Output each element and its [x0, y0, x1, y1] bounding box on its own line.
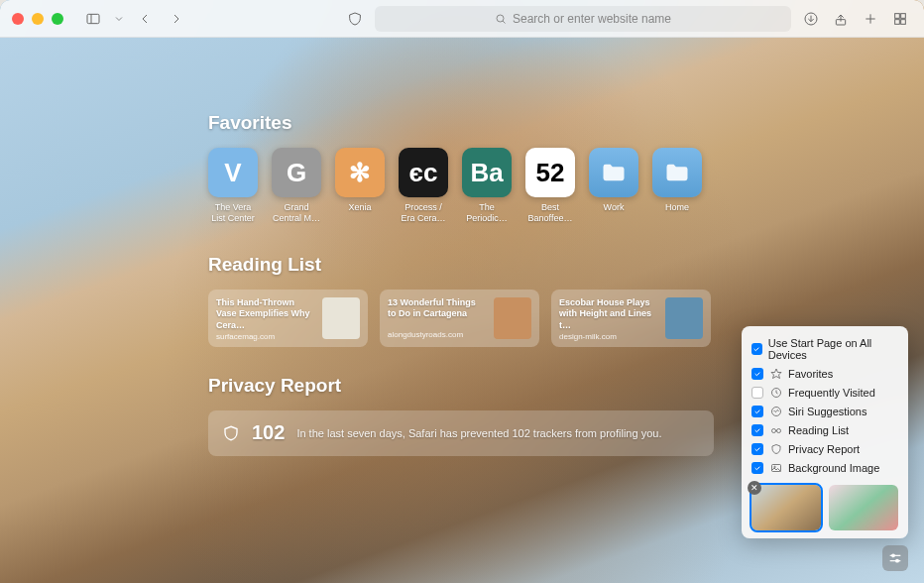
- reading-item-source: alongdustyroads.com: [388, 330, 486, 339]
- favorite-item[interactable]: VThe Vera List Center: [208, 148, 258, 224]
- site-icon: V: [208, 148, 258, 197]
- svg-rect-10: [901, 13, 906, 18]
- sidebar-dropdown-icon[interactable]: [113, 7, 125, 31]
- svg-marker-13: [771, 369, 781, 379]
- site-icon: Ba: [462, 148, 512, 197]
- checkbox[interactable]: [751, 424, 763, 436]
- settings-option-label: Privacy Report: [788, 443, 860, 455]
- privacy-report-card[interactable]: 102 In the last seven days, Safari has p…: [208, 410, 714, 456]
- site-icon: єс: [399, 148, 448, 197]
- toolbar: Search or enter website name: [0, 0, 924, 38]
- favorites-grid: VThe Vera List CenterGGrand Central M…✻X…: [208, 148, 924, 224]
- checkbox[interactable]: [751, 443, 763, 455]
- favorite-item[interactable]: BaThe Periodic…: [462, 148, 512, 224]
- site-icon: G: [272, 148, 321, 197]
- favorite-item[interactable]: єсProcess / Era Cera…: [399, 148, 448, 224]
- new-tab-button[interactable]: [859, 7, 882, 31]
- svg-rect-11: [895, 19, 900, 24]
- reading-item-title: This Hand-Thrown Vase Exemplifies Why Ce…: [216, 297, 314, 332]
- reading-list-item[interactable]: 13 Wonderful Things to Do in Cartagenaal…: [380, 290, 539, 347]
- settings-option-label: Reading List: [788, 424, 849, 436]
- favorite-item[interactable]: Work: [589, 148, 638, 224]
- star-icon: [769, 367, 782, 380]
- favorite-label: Home: [665, 202, 689, 213]
- background-option-1[interactable]: ✕: [751, 485, 821, 530]
- favorite-item[interactable]: GGrand Central M…: [272, 148, 321, 224]
- clock-icon: [769, 386, 782, 399]
- favorite-item[interactable]: 52Best Banoffee…: [525, 148, 575, 224]
- favorite-item[interactable]: ✻Xenia: [335, 148, 385, 224]
- privacy-description: In the last seven days, Safari has preve…: [296, 427, 661, 439]
- favorite-item[interactable]: Home: [652, 148, 702, 224]
- reading-list-heading: Reading List: [208, 254, 924, 276]
- settings-option-label: Frequently Visited: [788, 387, 875, 399]
- checkbox[interactable]: [751, 343, 762, 355]
- minimize-window-button[interactable]: [32, 13, 44, 25]
- favorites-heading: Favorites: [208, 112, 924, 134]
- svg-point-16: [771, 428, 775, 432]
- start-page-settings-panel: Use Start Page on All DevicesFavoritesFr…: [742, 326, 908, 538]
- folder-icon: [652, 148, 702, 197]
- reading-item-title: 13 Wonderful Things to Do in Cartagena: [388, 297, 486, 320]
- reading-list-item[interactable]: This Hand-Thrown Vase Exemplifies Why Ce…: [208, 290, 368, 347]
- svg-point-23: [892, 554, 895, 557]
- settings-option[interactable]: Siri Suggestions: [750, 402, 900, 420]
- settings-option[interactable]: Privacy Report: [750, 439, 900, 458]
- svg-rect-12: [901, 19, 906, 24]
- glasses-icon: [769, 423, 782, 436]
- checkbox[interactable]: [751, 462, 763, 474]
- settings-option[interactable]: Frequently Visited: [750, 383, 900, 402]
- favorite-label: Work: [604, 202, 625, 213]
- settings-option[interactable]: Background Image: [750, 458, 900, 477]
- close-window-button[interactable]: [12, 13, 24, 25]
- favorite-label: Grand Central M…: [272, 202, 321, 224]
- reading-item-source: design-milk.com: [559, 332, 657, 341]
- address-placeholder: Search or enter website name: [513, 12, 671, 26]
- fullscreen-window-button[interactable]: [52, 13, 63, 25]
- shield-icon: [769, 442, 782, 455]
- svg-point-24: [896, 559, 899, 562]
- svg-point-2: [497, 15, 504, 22]
- reading-item-thumbnail: [494, 297, 531, 339]
- reading-item-title: Escobar House Plays with Height and Line…: [559, 297, 657, 332]
- tracker-count: 102: [252, 421, 285, 444]
- window-controls: [12, 13, 63, 25]
- customize-start-page-button[interactable]: [882, 545, 908, 571]
- background-option-2[interactable]: [829, 485, 898, 530]
- siri-icon: [769, 405, 782, 417]
- sidebar-toggle-button[interactable]: [81, 7, 105, 31]
- image-icon: [769, 461, 782, 474]
- settings-option-label: Use Start Page on All Devices: [768, 337, 898, 361]
- settings-option[interactable]: Favorites: [750, 364, 900, 383]
- svg-line-3: [503, 21, 506, 24]
- share-button[interactable]: [829, 7, 853, 31]
- checkbox[interactable]: [751, 406, 763, 417]
- favorite-label: Best Banoffee…: [525, 202, 575, 224]
- settings-option-label: Background Image: [788, 462, 879, 474]
- checkbox[interactable]: [751, 368, 763, 380]
- downloads-button[interactable]: [799, 7, 823, 31]
- settings-option-label: Siri Suggestions: [788, 406, 867, 417]
- shield-icon: [222, 424, 240, 442]
- reading-list-item[interactable]: Escobar House Plays with Height and Line…: [551, 290, 711, 347]
- svg-rect-0: [87, 14, 99, 23]
- background-thumbnails: ✕: [750, 485, 900, 530]
- checkbox[interactable]: [751, 387, 763, 399]
- forward-button[interactable]: [165, 7, 188, 31]
- favorite-label: The Vera List Center: [208, 202, 258, 224]
- settings-option-label: Favorites: [788, 368, 833, 380]
- tab-overview-button[interactable]: [888, 7, 912, 31]
- favorite-label: Process / Era Cera…: [399, 202, 448, 224]
- remove-background-icon[interactable]: ✕: [748, 481, 761, 495]
- reading-item-thumbnail: [322, 297, 360, 339]
- address-bar[interactable]: Search or enter website name: [375, 6, 791, 32]
- back-button[interactable]: [133, 7, 157, 31]
- svg-point-17: [776, 428, 780, 432]
- favorite-label: Xenia: [348, 202, 371, 213]
- svg-rect-9: [895, 13, 900, 18]
- settings-option[interactable]: Use Start Page on All Devices: [750, 334, 900, 364]
- reading-item-source: surfacemag.com: [216, 332, 314, 341]
- privacy-shield-icon[interactable]: [343, 7, 367, 31]
- settings-option[interactable]: Reading List: [750, 420, 900, 439]
- site-icon: ✻: [335, 148, 385, 197]
